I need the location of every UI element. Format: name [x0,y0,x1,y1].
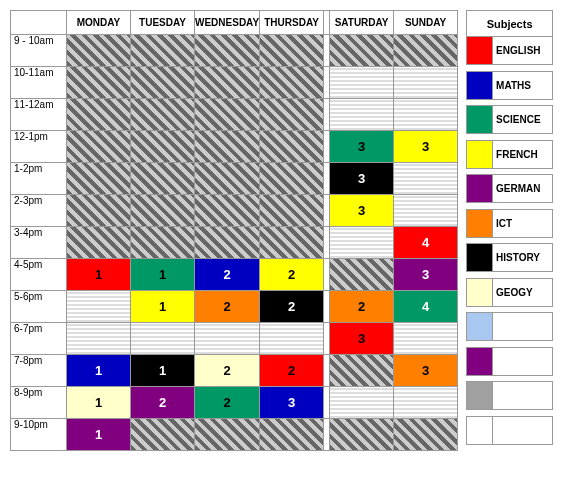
timetable-cell [131,131,195,163]
time-label: 7-8pm [11,355,67,387]
timetable-cell [195,163,260,195]
time-label: 11-12am [11,99,67,131]
timetable-cell [195,131,260,163]
timetable-cell [131,195,195,227]
timetable-cell [394,99,458,131]
timetable-cell [260,67,324,99]
timetable-cell: 2 [330,291,394,323]
timetable-cell [260,323,324,355]
extra-swatch [467,382,493,410]
timetable-cell: 3 [330,163,394,195]
time-label: 4-5pm [11,259,67,291]
timetable-cell: 2 [195,355,260,387]
timetable-cell [394,67,458,99]
timetable-cell: 1 [131,355,195,387]
subject-swatch [467,71,493,99]
timetable-cell [131,227,195,259]
timetable-cell [394,323,458,355]
time-label: 9 - 10am [11,35,67,67]
timetable-cell [67,323,131,355]
timetable: MONDAYTUESDAYWEDNESDAYTHURSDAYSATURDAYSU… [10,10,458,451]
timetable-cell [67,67,131,99]
timetable-cell [394,419,458,451]
time-label: 6-7pm [11,323,67,355]
timetable-cell: 2 [195,387,260,419]
extra-swatch [467,347,493,375]
subject-label: ICT [493,209,553,237]
timetable-cell [195,227,260,259]
timetable-cell [330,419,394,451]
timetable-cell [67,99,131,131]
timetable-cell: 2 [195,291,260,323]
timetable-cell: 3 [260,387,324,419]
timetable-cell: 1 [67,419,131,451]
timetable-cell: 1 [67,355,131,387]
timetable-cell [260,227,324,259]
timetable-cell: 2 [260,355,324,387]
timetable-cell: 3 [394,131,458,163]
subject-label: ENGLISH [493,37,553,65]
extra-swatch [467,313,493,341]
timetable-cell [260,163,324,195]
timetable-cell [67,291,131,323]
timetable-cell [131,323,195,355]
timetable-cell: 2 [195,259,260,291]
day-header: WEDNESDAY [195,11,260,35]
timetable-cell [195,419,260,451]
day-header: TUESDAY [131,11,195,35]
timetable-cell [67,163,131,195]
timetable-cell [330,355,394,387]
time-label: 8-9pm [11,387,67,419]
day-header: THURSDAY [260,11,324,35]
timetable-cell: 4 [394,291,458,323]
time-label: 2-3pm [11,195,67,227]
timetable-cell [67,35,131,67]
timetable-cell [131,163,195,195]
timetable-cell: 2 [260,291,324,323]
timetable-cell [330,259,394,291]
timetable-cell [195,67,260,99]
subjects-legend: Subjects ENGLISHMATHSSCIENCEFRENCHGERMAN… [466,10,553,451]
legend-title: Subjects [467,11,553,37]
timetable-cell [330,67,394,99]
subject-label: HISTORY [493,244,553,272]
time-label: 9-10pm [11,419,67,451]
timetable-cell [67,195,131,227]
timetable-cell: 3 [330,195,394,227]
timetable-cell [330,387,394,419]
subject-swatch [467,278,493,306]
timetable-cell [195,195,260,227]
timetable-cell: 1 [131,291,195,323]
timetable-cell [394,387,458,419]
timetable-cell: 3 [330,131,394,163]
timetable-cell [260,195,324,227]
timetable-cell [330,35,394,67]
subject-swatch [467,106,493,134]
timetable-cell [195,99,260,131]
day-header: SUNDAY [394,11,458,35]
timetable-cell: 3 [394,355,458,387]
timetable-cell [330,227,394,259]
subject-swatch [467,175,493,203]
time-label: 1-2pm [11,163,67,195]
timetable-cell [131,35,195,67]
day-header: MONDAY [67,11,131,35]
subject-swatch [467,37,493,65]
timetable-cell [260,35,324,67]
subject-label: GEOGY [493,278,553,306]
timetable-cell [394,163,458,195]
subject-swatch [467,140,493,168]
subject-swatch [467,209,493,237]
subject-label: FRENCH [493,140,553,168]
time-label: 3-4pm [11,227,67,259]
subject-label: SCIENCE [493,106,553,134]
time-label: 5-6pm [11,291,67,323]
timetable-cell [260,99,324,131]
timetable-cell: 2 [131,387,195,419]
timetable-cell [195,323,260,355]
time-label: 12-1pm [11,131,67,163]
timetable-cell: 1 [67,387,131,419]
timetable-cell [131,99,195,131]
timetable-cell [67,131,131,163]
timetable-cell [67,227,131,259]
